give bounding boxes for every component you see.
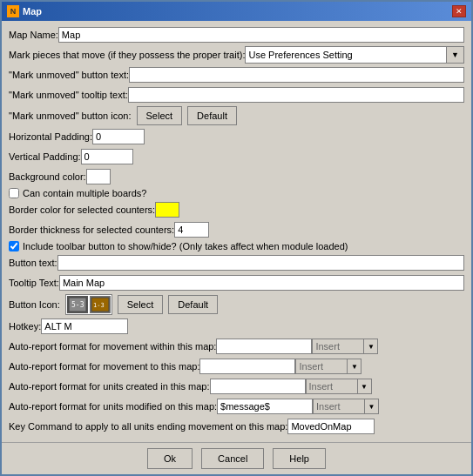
- mark-unmoved-btn-row: "Mark unmoved" button text:: [9, 66, 464, 84]
- h-padding-input[interactable]: [92, 129, 145, 144]
- mark-pieces-dropdown-wrapper: ▼: [245, 46, 464, 64]
- help-button[interactable]: Help: [273, 448, 326, 469]
- close-button[interactable]: ✕: [452, 5, 466, 17]
- include-toolbar-label: Include toolbar button to show/hide? (On…: [23, 241, 348, 251]
- tooltip-text-row: Tooltip Text:: [9, 274, 464, 292]
- bg-color-swatch[interactable]: [86, 169, 111, 184]
- bg-color-label: Background color:: [9, 171, 86, 182]
- can-contain-label: Can contain multiple boards?: [23, 188, 146, 198]
- auto-report-1-input[interactable]: [216, 339, 312, 354]
- include-toolbar-row: Include toolbar button to show/hide? (On…: [9, 241, 464, 251]
- auto-report-2-row: Auto-report format for movement to this …: [9, 358, 464, 375]
- auto-report-2-insert-input: [295, 359, 348, 374]
- auto-report-3-insert-wrapper: ▼: [306, 379, 372, 394]
- ok-button[interactable]: Ok: [147, 448, 193, 469]
- svg-text:1-3: 1-3: [93, 302, 105, 309]
- mark-pieces-input[interactable]: [245, 46, 447, 64]
- auto-report-1-row: Auto-report format for movement within t…: [9, 338, 464, 355]
- tooltip-text-input[interactable]: [59, 275, 464, 291]
- h-padding-label: Horizontal Padding:: [9, 131, 92, 142]
- mark-unmoved-tooltip-input[interactable]: [128, 87, 464, 103]
- bg-color-row: Background color:: [9, 168, 464, 185]
- mark-unmoved-btn-label: "Mark unmoved" button text:: [9, 70, 129, 80]
- auto-report-1-insert-btn[interactable]: ▼: [364, 339, 378, 354]
- border-color-swatch[interactable]: [155, 202, 179, 218]
- button-text-label: Button text:: [9, 258, 57, 268]
- svg-text:5-3: 5-3: [71, 301, 84, 309]
- auto-report-4-row: Auto-report format for units modified on…: [9, 398, 464, 415]
- border-thickness-label: Border thickness for selected counters:: [9, 225, 174, 235]
- key-command-row: Key Command to apply to all units ending…: [9, 418, 464, 435]
- v-padding-input[interactable]: [81, 149, 133, 164]
- mark-pieces-label: Mark pieces that move (if they possess t…: [9, 50, 245, 60]
- can-contain-row: Can contain multiple boards?: [9, 188, 464, 198]
- can-contain-checkbox[interactable]: [9, 188, 19, 198]
- auto-report-1-insert-wrapper: ▼: [312, 339, 378, 354]
- auto-report-3-insert-btn[interactable]: ▼: [358, 379, 372, 394]
- mark-pieces-row: Mark pieces that move (if they possess t…: [9, 46, 464, 64]
- footer: Ok Cancel Help: [2, 442, 471, 474]
- auto-report-4-insert-input: [313, 399, 365, 414]
- border-thickness-row: Border thickness for selected counters:: [9, 221, 464, 238]
- auto-report-2-label: Auto-report format for movement to this …: [9, 361, 199, 372]
- map-name-input[interactable]: [58, 27, 464, 43]
- cancel-button[interactable]: Cancel: [201, 448, 264, 469]
- key-command-label: Key Command to apply to all units ending…: [9, 421, 287, 432]
- map-name-label: Map Name:: [9, 30, 58, 40]
- button-icon-label: Button Icon:: [9, 299, 60, 310]
- key-command-input[interactable]: [287, 419, 375, 434]
- auto-report-4-label: Auto-report format for units modified on…: [9, 401, 217, 412]
- auto-report-4-input[interactable]: [217, 399, 313, 414]
- hotkey-label: Hotkey:: [9, 321, 41, 332]
- border-thickness-input[interactable]: [174, 222, 209, 238]
- auto-report-3-label: Auto-report format for units created in …: [9, 381, 210, 392]
- auto-report-4-insert-wrapper: ▼: [313, 399, 379, 414]
- app-icon: N: [7, 5, 19, 17]
- button-icon-preview: 5-3 1-3: [65, 294, 112, 315]
- button-icon-row: Button Icon: 5-3 1-3 Select Default: [9, 294, 464, 315]
- auto-report-4-insert-btn[interactable]: ▼: [365, 399, 379, 414]
- border-color-row: Border color for selected counters:: [9, 201, 464, 218]
- map-name-row: Map Name:: [9, 26, 464, 44]
- icon-img-1: 5-3: [67, 296, 88, 313]
- auto-report-3-insert-input: [306, 379, 358, 394]
- auto-report-2-input[interactable]: [199, 359, 295, 374]
- tooltip-text-label: Tooltip Text:: [9, 278, 59, 288]
- mark-unmoved-tooltip-row: "Mark unmoved" tooltip text:: [9, 86, 464, 104]
- auto-report-1-label: Auto-report format for movement within t…: [9, 341, 216, 352]
- mark-unmoved-icon-label: "Mark unmoved" button icon:: [9, 111, 132, 121]
- v-padding-label: Vertical Padding:: [9, 151, 81, 162]
- map-dialog: N Map ✕ Map Name: Mark pieces that move …: [0, 0, 473, 476]
- mark-unmoved-icon-row: "Mark unmoved" button icon: Select Defau…: [9, 106, 464, 125]
- title-bar: N Map ✕: [2, 2, 471, 21]
- auto-report-1-insert-input: [312, 339, 364, 354]
- select-button-2[interactable]: Select: [118, 295, 164, 314]
- auto-report-2-insert-btn[interactable]: ▼: [348, 359, 362, 374]
- default-button-2[interactable]: Default: [168, 295, 218, 314]
- icon-img-2: 1-3: [90, 296, 111, 313]
- auto-report-2-insert-wrapper: ▼: [295, 359, 362, 374]
- mark-pieces-dropdown-btn[interactable]: ▼: [447, 46, 464, 64]
- auto-report-3-input[interactable]: [210, 379, 306, 394]
- form-content: Map Name: Mark pieces that move (if they…: [2, 21, 471, 442]
- title-bar-left: N Map: [7, 5, 42, 17]
- button-text-row: Button text:: [9, 254, 464, 272]
- v-padding-row: Vertical Padding:: [9, 148, 464, 165]
- mark-unmoved-tooltip-label: "Mark unmoved" tooltip text:: [9, 90, 128, 100]
- mark-unmoved-btn-input[interactable]: [129, 67, 464, 83]
- select-button-1[interactable]: Select: [137, 106, 183, 125]
- border-color-label: Border color for selected counters:: [9, 204, 155, 215]
- default-button-1[interactable]: Default: [187, 106, 237, 125]
- h-padding-row: Horizontal Padding:: [9, 128, 464, 145]
- auto-report-3-row: Auto-report format for units created in …: [9, 378, 464, 395]
- window-title: Map: [23, 6, 42, 17]
- hotkey-input[interactable]: [41, 318, 128, 334]
- include-toolbar-checkbox[interactable]: [9, 241, 19, 251]
- hotkey-row: Hotkey:: [9, 318, 464, 335]
- button-text-input[interactable]: [57, 255, 464, 271]
